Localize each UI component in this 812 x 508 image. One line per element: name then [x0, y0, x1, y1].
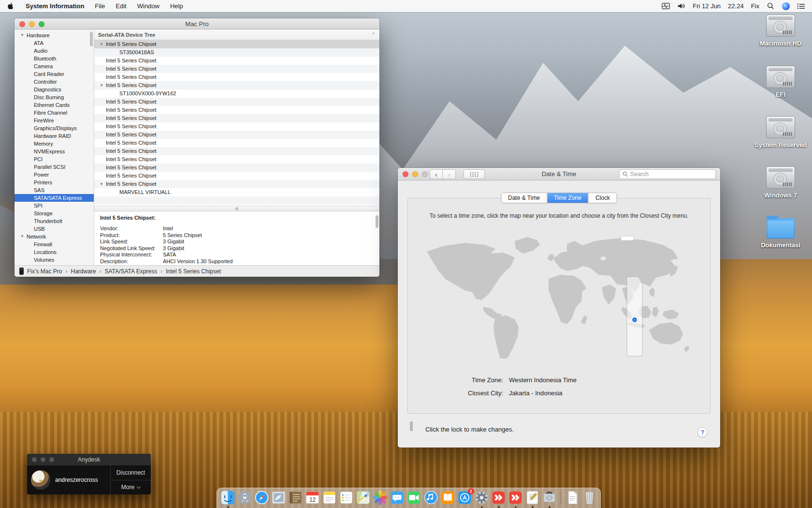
- dock-icon-system-preferences[interactable]: [474, 490, 490, 506]
- device-tree-row[interactable]: Intel 5 Series Chipset: [94, 122, 379, 131]
- tab-time-zone[interactable]: Time Zone: [547, 193, 589, 203]
- sidebar-item-nvmexpress[interactable]: NVMExpress: [14, 148, 94, 155]
- world-map[interactable]: [422, 230, 696, 359]
- sidebar-item-disc-burning[interactable]: Disc Burning: [14, 93, 94, 101]
- disconnect-button[interactable]: Disconnect: [111, 465, 151, 480]
- device-tree-row[interactable]: Intel 5 Series Chipset: [94, 114, 379, 122]
- more-button[interactable]: More: [111, 480, 151, 495]
- sidebar-item-graphics-displays[interactable]: Graphics/Displays: [14, 124, 94, 132]
- closest-city-value[interactable]: Jakarta - Indonesia: [509, 389, 563, 397]
- disclosure-triangle-icon[interactable]: ▼: [100, 40, 103, 48]
- sidebar-item-power[interactable]: Power: [14, 171, 94, 179]
- menu-edit[interactable]: Edit: [116, 2, 126, 10]
- sidebar-section-hardware[interactable]: ▼Hardware: [14, 31, 94, 39]
- sidebar-item-firewall[interactable]: Firewall: [14, 240, 94, 248]
- sidebar-item-volumes[interactable]: Volumes: [14, 256, 94, 264]
- minimize-button[interactable]: [29, 21, 35, 27]
- sidebar-item-ethernet-cards[interactable]: Ethernet Cards: [14, 101, 94, 109]
- device-tree-row[interactable]: ▼Intel 5 Series Chipset: [94, 81, 379, 90]
- dock-icon-disk-utility[interactable]: [541, 490, 557, 506]
- tab-date-time[interactable]: Date & Time: [501, 193, 547, 203]
- search-field[interactable]: Search: [619, 169, 716, 179]
- sidebar-item-memory[interactable]: Memory: [14, 140, 94, 148]
- breadcrumb-item-sata-sata-express[interactable]: SATA/SATA Express: [105, 268, 157, 275]
- device-tree-header[interactable]: Serial-ATA Device Tree ^: [94, 30, 379, 40]
- dock-icon-facetime[interactable]: [406, 490, 422, 506]
- dock-icon-anydesk[interactable]: [491, 490, 507, 506]
- sidebar-item-sata-sata-express[interactable]: SATA/SATA Express: [14, 194, 94, 202]
- device-tree-row[interactable]: Intel 5 Series Chipset: [94, 98, 379, 106]
- device-tree-row[interactable]: Intel 5 Series Chipset: [94, 65, 379, 73]
- sidebar-item-thunderbolt[interactable]: Thunderbolt: [14, 217, 94, 225]
- forward-button[interactable]: ›: [443, 169, 456, 179]
- dock-icon-mail[interactable]: [271, 490, 287, 506]
- activity-pulse-icon[interactable]: [662, 2, 670, 10]
- sidebar-item-pci[interactable]: PCI: [14, 155, 94, 163]
- breadcrumb-item-hardware[interactable]: Hardware: [71, 268, 96, 275]
- desktop-icon-efi[interactable]: EFI: [752, 66, 810, 98]
- sidebar-item-sas[interactable]: SAS: [14, 186, 94, 194]
- menu-window[interactable]: Window: [137, 2, 160, 10]
- pane-splitter[interactable]: [94, 206, 379, 211]
- datetime-titlebar[interactable]: ‹ › Date & Time Search: [398, 168, 720, 180]
- device-tree-row[interactable]: MARVELL VIRTUALL: [94, 188, 379, 196]
- dock-icon-books[interactable]: [440, 490, 456, 506]
- dock-icon-anydesk-2[interactable]: [508, 490, 523, 506]
- menu-date[interactable]: Fri 12 Jun: [693, 2, 721, 10]
- dock-icon-textedit[interactable]: [524, 490, 540, 506]
- sidebar-section-network[interactable]: ▼Network: [14, 233, 94, 240]
- device-tree-row[interactable]: ▼Intel 5 Series Chipset: [94, 40, 379, 48]
- sysinfo-titlebar[interactable]: Mac Pro: [14, 18, 379, 30]
- menu-user[interactable]: Fix: [751, 2, 759, 10]
- disclosure-triangle-icon[interactable]: ▼: [100, 81, 103, 90]
- sidebar-item-bluetooth[interactable]: Bluetooth: [14, 55, 94, 62]
- dock-icon-app-store[interactable]: 1: [457, 490, 473, 506]
- details-scrollbar[interactable]: [376, 215, 378, 228]
- device-tree-row[interactable]: ST1000VX000-9YW162: [94, 90, 379, 98]
- dock-icon-document[interactable]: [565, 490, 580, 506]
- desktop-icon-windows-7[interactable]: Windows 7: [752, 166, 810, 199]
- minimize-button[interactable]: [412, 171, 418, 177]
- menu-help[interactable]: Help: [170, 2, 183, 10]
- device-tree-row[interactable]: Intel 5 Series Chipset: [94, 106, 379, 114]
- sidebar-item-camera[interactable]: Camera: [14, 62, 94, 70]
- help-button[interactable]: ?: [697, 427, 708, 437]
- dock-icon-launchpad[interactable]: [237, 490, 253, 506]
- sidebar-item-fibre-channel[interactable]: Fibre Channel: [14, 109, 94, 117]
- dock-icon-photos[interactable]: [372, 490, 388, 506]
- sidebar-item-locations[interactable]: Locations: [14, 248, 94, 256]
- sidebar-item-printers[interactable]: Printers: [14, 179, 94, 186]
- dock-icon-trash[interactable]: [581, 490, 597, 506]
- lock-icon[interactable]: [410, 423, 420, 435]
- device-tree-row[interactable]: Intel 5 Series Chipset: [94, 164, 379, 172]
- device-tree-row[interactable]: ST3500418AS: [94, 48, 379, 57]
- desktop-icon-system-reserved[interactable]: System Reserved: [752, 116, 810, 149]
- dock-icon-safari[interactable]: [254, 490, 270, 506]
- disclosure-triangle-icon[interactable]: ▼: [100, 180, 103, 188]
- tab-clock[interactable]: Clock: [589, 193, 617, 203]
- device-tree-row[interactable]: Intel 5 Series Chipset: [94, 139, 379, 147]
- show-all-button[interactable]: [464, 169, 485, 179]
- sidebar-item-diagnostics[interactable]: Diagnostics: [14, 86, 94, 93]
- apple-icon[interactable]: [7, 2, 15, 10]
- dock-icon-maps[interactable]: [355, 490, 371, 506]
- spotlight-search-icon[interactable]: [767, 2, 775, 10]
- close-button[interactable]: [32, 457, 37, 462]
- dock-icon-contacts[interactable]: [288, 490, 304, 506]
- sidebar-item-parallel-scsi[interactable]: Parallel SCSI: [14, 163, 94, 171]
- dock-icon-calendar[interactable]: 12: [304, 490, 320, 506]
- menu-file[interactable]: File: [95, 2, 105, 10]
- menu-app-name[interactable]: System Information: [26, 2, 84, 10]
- device-tree-row[interactable]: Intel 5 Series Chipset: [94, 172, 379, 180]
- sidebar-item-card-reader[interactable]: Card Reader: [14, 70, 94, 78]
- sidebar-item-ata[interactable]: ATA: [14, 39, 94, 47]
- dock-icon-messages[interactable]: [389, 490, 405, 506]
- sidebar-item-spi[interactable]: SPI: [14, 202, 94, 209]
- sidebar-item-hardware-raid[interactable]: Hardware RAID: [14, 132, 94, 140]
- desktop-icon-macintosh-hd[interactable]: Macintosh HD: [752, 15, 810, 47]
- zoom-button[interactable]: [49, 457, 54, 462]
- breadcrumb-item-intel-5-series-chipset[interactable]: Intel 5 Series Chipset: [166, 268, 221, 275]
- back-button[interactable]: ‹: [430, 169, 443, 179]
- close-button[interactable]: [19, 21, 25, 27]
- device-tree-row[interactable]: ▼Intel 5 Series Chipset: [94, 180, 379, 188]
